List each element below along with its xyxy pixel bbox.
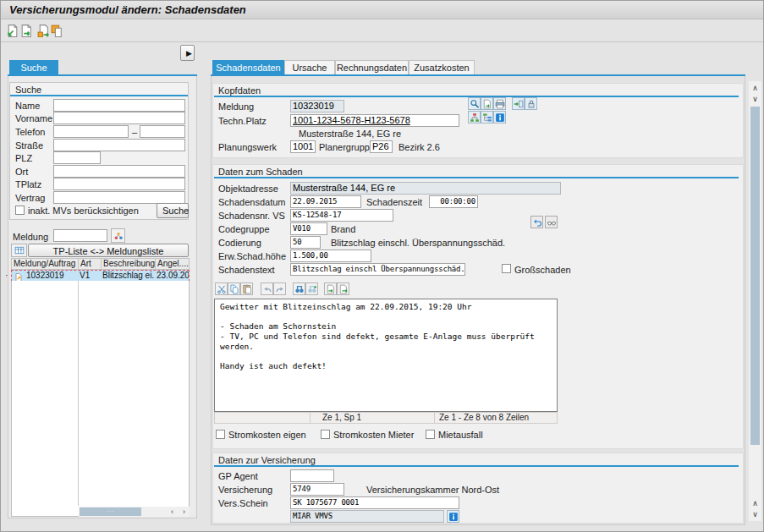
- doc-arrow-back-icon[interactable]: [5, 24, 19, 38]
- schadensdatum-field[interactable]: 22.09.2015: [290, 195, 361, 208]
- paste-button[interactable]: [240, 282, 253, 295]
- lock-icon: [526, 99, 536, 109]
- telefon-input-2[interactable]: [140, 125, 185, 138]
- search-button[interactable]: Suche: [157, 203, 189, 218]
- vertrag-input[interactable]: [53, 191, 185, 204]
- grossschaden-checkbox[interactable]: [502, 264, 511, 273]
- scroll-up-top-icon[interactable]: ∧: [750, 83, 761, 93]
- find-button[interactable]: [293, 282, 305, 295]
- doc-arrow-forward-icon[interactable]: [19, 24, 34, 38]
- goto-object-button[interactable]: [512, 97, 525, 110]
- column-header-meldung-auftrag[interactable]: Meldung/Auftrag: [11, 258, 79, 270]
- tab-schadensdaten[interactable]: Schadensdaten: [212, 60, 284, 74]
- vertrag-info-button[interactable]: [447, 510, 459, 523]
- vorname-input[interactable]: [53, 112, 185, 124]
- display-button[interactable]: [468, 97, 481, 110]
- tp-liste-meldungsliste-button[interactable]: TP-Liste <-> Meldungsliste: [28, 244, 189, 257]
- column-header-beschreibung[interactable]: Beschreibung: [101, 258, 156, 270]
- expand-panel-button[interactable]: ▶: [180, 45, 195, 61]
- title-bar: Versicherungsmodul ändern: Schadensdaten: [1, 1, 764, 19]
- structure-list-icon: [482, 112, 492, 123]
- name-input[interactable]: [53, 99, 185, 112]
- erwschad-field[interactable]: 1.500,00: [290, 250, 371, 262]
- erwschad-label: Erw.Schad.höhe: [218, 251, 286, 261]
- telefon-input-1[interactable]: [53, 125, 129, 138]
- printer-icon: [495, 99, 505, 109]
- info-icon: [495, 112, 505, 123]
- import-text-button[interactable]: [324, 282, 337, 295]
- codegruppe-field[interactable]: V010: [290, 222, 327, 235]
- strasse-input[interactable]: [53, 139, 185, 151]
- undo-text-button[interactable]: [261, 282, 273, 295]
- list-view-toggle-button[interactable]: [11, 244, 27, 257]
- list-hscrollbar-thumb[interactable]: ···: [80, 507, 141, 516]
- versicherung-underline: [214, 465, 739, 467]
- scroll-down-bottom-icon[interactable]: ∨: [750, 509, 761, 519]
- schadensnr-field[interactable]: KS-12548-17: [290, 209, 393, 222]
- longtext-content[interactable]: Gewitter mit Blitzeinschlag am 22.09.201…: [215, 299, 557, 374]
- versicherung-label: Versicherung: [218, 485, 272, 495]
- copy-icon: [229, 284, 239, 294]
- technplatz-field[interactable]: 1001-1234-5678-H123-5678: [290, 114, 459, 127]
- scroll-down-top-icon[interactable]: ∨: [750, 94, 761, 104]
- schadenstext-field[interactable]: Blitzschlag einschl Überspannungsschäd.: [290, 263, 465, 276]
- org-chart-button[interactable]: [468, 111, 481, 123]
- technplatz-label: Techn.Platz: [218, 116, 267, 126]
- vorname-label: Vorname: [15, 113, 52, 123]
- row-cell-art: V1: [80, 270, 101, 282]
- binoculars-icon: [294, 284, 305, 294]
- codierung-field[interactable]: 50: [290, 236, 321, 249]
- tplatz-input[interactable]: [53, 178, 185, 190]
- display-change-button[interactable]: [545, 216, 558, 228]
- scroll-right-icon[interactable]: ›: [179, 507, 190, 517]
- vertragsart-field[interactable]: MIAR VMVS: [290, 510, 444, 523]
- redo-text-button[interactable]: [273, 282, 286, 295]
- stromkosten-eigen-checkbox[interactable]: [216, 430, 225, 439]
- result-list-area[interactable]: [11, 281, 190, 517]
- plz-input[interactable]: [53, 151, 101, 164]
- cut-button[interactable]: [215, 282, 228, 295]
- document-flow-button[interactable]: [481, 97, 493, 110]
- objektadresse-field[interactable]: Musterstraße 144, EG re: [290, 182, 561, 195]
- copy-button[interactable]: [228, 282, 240, 295]
- versschein-field[interactable]: SK 1075677 0001: [290, 496, 459, 509]
- gpagent-field[interactable]: [290, 469, 334, 482]
- tab-rechnungsdaten[interactable]: Rechnungsdaten: [335, 60, 409, 74]
- scroll-left-icon[interactable]: ‹: [167, 507, 178, 517]
- binoculars-plus-icon: [307, 284, 317, 294]
- tab-suche[interactable]: Suche: [9, 60, 58, 74]
- planungswerk-field[interactable]: 1001: [290, 140, 316, 153]
- stromkosten-mieter-checkbox[interactable]: [321, 430, 330, 439]
- planergruppe-label: Planergruppe: [319, 142, 375, 152]
- schadenszeit-field[interactable]: 00:00:00: [429, 195, 478, 208]
- lock-button[interactable]: [525, 97, 537, 110]
- tab-ursache[interactable]: Ursache: [284, 60, 335, 74]
- undo-button[interactable]: [530, 216, 543, 228]
- find-next-button[interactable]: [305, 282, 318, 295]
- meldung-label: Meldung: [218, 101, 254, 112]
- versicherung-field[interactable]: 5749: [290, 483, 344, 496]
- vscrollbar-thumb[interactable]: [750, 107, 760, 445]
- export-text-button[interactable]: [337, 282, 349, 295]
- codierung-label: Codierung: [218, 238, 261, 248]
- inakt-mvs-checkbox[interactable]: [15, 206, 25, 215]
- mietausfall-checkbox[interactable]: [426, 430, 435, 439]
- print-button[interactable]: [493, 97, 506, 110]
- structure-list-button[interactable]: [481, 111, 493, 123]
- table-grid-icon: [14, 245, 25, 255]
- tab-zusatzkosten[interactable]: Zusatzkosten: [409, 60, 475, 74]
- ort-input[interactable]: [53, 165, 185, 178]
- doc-new-orange-icon[interactable]: [36, 24, 51, 38]
- info-button[interactable]: [493, 111, 506, 123]
- column-header-art[interactable]: Art: [78, 258, 102, 270]
- doc-clipboard-orange-icon[interactable]: [50, 24, 64, 38]
- meldung-search-input[interactable]: [53, 229, 107, 242]
- versschein-label: Vers.Schein: [218, 498, 268, 508]
- planergruppe-field[interactable]: P26: [370, 140, 393, 153]
- column-header-angelegt[interactable]: Angel....: [155, 258, 190, 270]
- longtext-editor[interactable]: Gewitter mit Blitzeinschlag am 22.09.201…: [214, 299, 558, 412]
- meldung-field[interactable]: 10323019: [290, 100, 344, 112]
- scroll-up-bottom-icon[interactable]: ∧: [750, 498, 761, 508]
- meldung-search-go-button[interactable]: [111, 228, 125, 243]
- table-row[interactable]: 10323019 V1 Blitzschlag ei... 23.09.20..…: [11, 270, 190, 282]
